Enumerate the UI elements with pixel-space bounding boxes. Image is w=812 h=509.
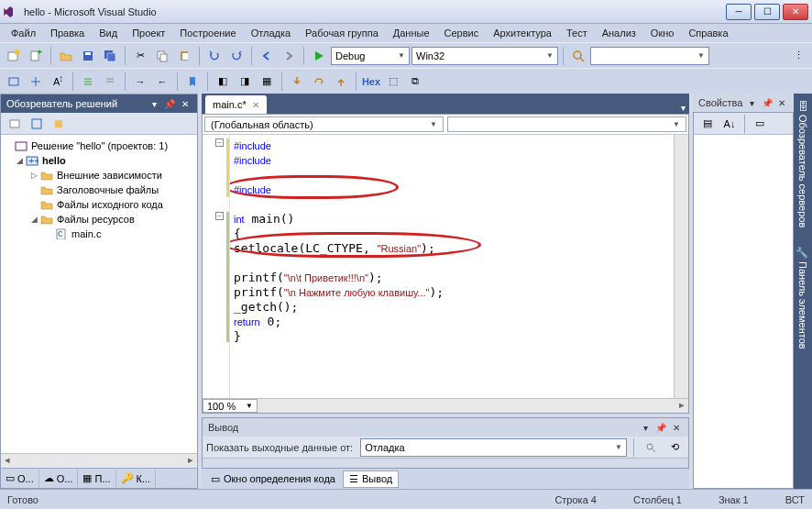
maximize-button[interactable]: ☐ [754,4,780,20]
panel-close-icon[interactable]: ✕ [775,96,788,109]
tb2-btn-3[interactable]: A↕ [48,72,68,92]
scope-combo-right[interactable]: ▼ [447,116,686,132]
uncomment-button[interactable] [100,72,120,92]
tb2-more-1[interactable]: ⬚ [383,72,403,92]
copy-button[interactable] [152,46,172,66]
horizontal-scrollbar[interactable] [258,399,675,413]
menu-тест[interactable]: Тест [559,26,595,40]
code-def-tab[interactable]: ▭ Окно определения кода [205,471,341,487]
menu-отладка[interactable]: Отладка [244,26,298,40]
outline-collapse-icon[interactable]: − [215,138,224,147]
headers-folder[interactable]: Заголовочные файлы [3,183,195,197]
outdent-button[interactable]: ← [152,72,172,92]
collapse-icon[interactable]: ◢ [28,215,39,224]
nav-back-button[interactable] [257,46,277,66]
tb2-extra-2[interactable]: ◨ [235,72,255,92]
cut-button[interactable]: ✂ [130,46,150,66]
find-button[interactable] [568,46,588,66]
sources-folder[interactable]: Файлы исходного кода [3,197,195,212]
menu-данные[interactable]: Данные [386,26,437,40]
toolbox-tab[interactable]: 🔧 Панель элементов [796,238,811,357]
minimize-button[interactable]: ─ [726,4,752,20]
panel-dropdown-icon[interactable]: ▾ [745,96,758,109]
tb2-btn-2[interactable] [26,72,46,92]
left-tab-3[interactable]: 🔑К... [116,470,157,488]
resources-folder[interactable]: ◢ Файлы ресурсов [3,212,195,227]
pin-icon[interactable]: 📌 [761,96,774,109]
outline-collapse-icon[interactable]: − [215,212,224,220]
indent-button[interactable]: → [130,72,150,92]
pin-icon[interactable]: 📌 [163,97,176,110]
left-hscroll[interactable]: ◂▸ [1,453,197,468]
redo-button[interactable] [226,46,247,66]
menu-окно[interactable]: Окно [643,26,682,40]
tb2-extra-3[interactable]: ▦ [257,72,277,92]
sol-properties-button[interactable] [49,114,69,134]
vertical-scrollbar[interactable] [674,135,688,398]
nav-fwd-button[interactable] [279,46,299,66]
sol-show-all-button[interactable] [27,114,47,134]
save-all-button[interactable] [100,46,120,66]
menu-сервис[interactable]: Сервис [437,26,487,40]
scope-combo-left[interactable]: (Глобальная область)▼ [204,116,444,132]
output-tab[interactable]: ☰ Вывод [343,470,399,488]
step-over-button[interactable] [309,72,329,92]
tb2-extra-1[interactable]: ◧ [213,72,233,92]
step-out-button[interactable] [331,72,351,92]
menu-правка[interactable]: Правка [43,26,92,40]
tab-close-icon[interactable]: ✕ [252,100,259,110]
left-tab-0[interactable]: ▭О... [1,470,39,488]
left-tab-2[interactable]: ▦П... [78,470,115,488]
tabs-dropdown-icon[interactable]: ▾ [676,101,689,114]
menu-анализ[interactable]: Анализ [595,26,643,40]
menu-построение[interactable]: Построение [172,26,243,40]
panel-close-icon[interactable]: ✕ [670,421,683,434]
zoom-combo[interactable]: 100 %▼ [203,399,258,413]
props-categorized-button[interactable]: ▤ [697,114,718,134]
sol-refresh-button[interactable] [5,114,25,134]
save-button[interactable] [78,46,98,66]
bookmark-button[interactable] [182,72,203,92]
menu-архитектура[interactable]: Архитектура [486,26,559,40]
menu-справка[interactable]: Справка [681,26,735,40]
start-debug-button[interactable] [309,46,329,66]
pin-icon[interactable]: 📌 [654,421,667,434]
comment-button[interactable] [78,72,98,92]
tb2-more-2[interactable]: ⧉ [405,72,425,92]
menu-проект[interactable]: Проект [125,26,172,40]
undo-button[interactable] [204,46,225,66]
left-tab-1[interactable]: ☁О... [39,470,79,488]
code-editor[interactable]: #include #include #include int main() { … [230,135,674,398]
props-pages-button[interactable]: ▭ [750,114,770,134]
menu-файл[interactable]: Файл [4,26,43,40]
panel-dropdown-icon[interactable]: ▾ [148,97,160,110]
new-project-button[interactable] [4,46,24,66]
platform-combo[interactable]: Win32▼ [411,47,558,65]
menu-рабочая группа[interactable]: Рабочая группа [298,26,386,40]
expand-icon[interactable]: ▷ [28,171,39,180]
menu-вид[interactable]: Вид [92,26,125,40]
paste-button[interactable] [174,46,194,66]
props-alpha-button[interactable]: A↓ [719,114,740,134]
project-node[interactable]: ◢ ++ hello [3,153,195,168]
step-into-button[interactable] [287,72,307,92]
panel-dropdown-icon[interactable]: ▾ [639,421,652,434]
solution-node[interactable]: Решение "hello" (проектов: 1) [3,138,195,153]
output-source-combo[interactable]: Отладка▼ [360,438,627,457]
external-deps-folder[interactable]: ▷ Внешние зависимости [3,168,195,183]
open-button[interactable] [56,46,76,66]
find-combo[interactable]: ▼ [590,47,709,65]
server-explorer-tab[interactable]: 🗄 Обозреватель серверов [796,94,810,235]
hex-button[interactable]: Hex [361,72,381,92]
add-item-button[interactable]: + [26,46,46,66]
file-node[interactable]: c main.c [3,227,195,241]
output-clear-button[interactable]: ⟲ [664,437,685,458]
collapse-icon[interactable]: ◢ [14,156,25,165]
document-tab[interactable]: main.c* ✕ [205,95,267,114]
config-combo[interactable]: Debug▼ [331,47,410,65]
close-button[interactable]: ✕ [783,4,808,20]
tb2-btn-1[interactable] [4,72,24,92]
panel-close-icon[interactable]: ✕ [179,97,192,110]
toolbar-overflow[interactable]: ⋮ [788,46,808,66]
output-find-button[interactable] [641,437,661,458]
